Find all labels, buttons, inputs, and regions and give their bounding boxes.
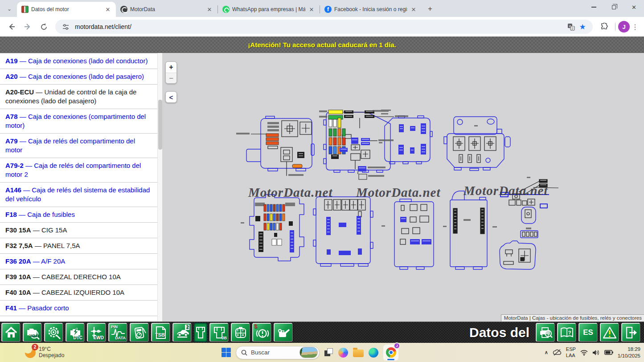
forward-button[interactable]: [21, 20, 34, 33]
battery-icon[interactable]: [604, 350, 613, 355]
sidebar-scrollbar[interactable]: [157, 53, 162, 321]
onedrive-paused-icon[interactable]: [553, 349, 562, 356]
home-icon: [4, 325, 18, 340]
engine-search-button[interactable]: 1AZ-13: [23, 323, 42, 342]
toolbar-title: Datos del: [469, 325, 529, 340]
system-tray: ∧ ESP LAA 18:29 1/10/2025: [545, 343, 640, 362]
list-item[interactable]: F32 7,5A — PANEL 7,5A: [0, 238, 157, 254]
minimize-button[interactable]: [584, 0, 604, 14]
scrollbar-thumb[interactable]: [158, 100, 162, 150]
windows-taskbar: 2 19°C Despejado Buscar J ∧: [0, 343, 644, 362]
collapse-panel-button[interactable]: <: [165, 91, 177, 103]
language-button[interactable]: ES: [578, 323, 598, 342]
url-text[interactable]: motordata.net/client/: [75, 23, 565, 30]
oil-fluids-button[interactable]: [274, 323, 293, 342]
temperature: 19°C: [39, 346, 64, 353]
list-item[interactable]: F39 10A — CABEZAL DERECHO 10A: [0, 269, 157, 285]
tab-title: MotorData: [130, 6, 203, 12]
search-placeholder: Buscar: [251, 349, 270, 356]
multimeter-icon: [132, 325, 147, 340]
fuse-icon: [195, 326, 206, 339]
menu-kebab-icon[interactable]: ⋮: [630, 23, 640, 31]
book-help-icon: ?: [560, 325, 574, 340]
copilot-button[interactable]: [338, 348, 348, 358]
tab-search-chevron-icon[interactable]: ⌄: [4, 3, 15, 15]
start-button[interactable]: [222, 348, 231, 357]
exit-button[interactable]: [621, 323, 640, 342]
tab-close-icon[interactable]: ✕: [410, 6, 417, 13]
fuse-location-button-active[interactable]: [194, 323, 207, 342]
tsb-button[interactable]: TSB: [151, 323, 170, 342]
tab-motordata[interactable]: MotorData ✕: [116, 2, 217, 17]
list-item[interactable]: F18 — Caja de fusibles: [0, 207, 157, 223]
parts-search-button[interactable]: [44, 323, 63, 342]
list-item[interactable]: A79-2 — Caja de relés del compartimento …: [0, 158, 157, 183]
list-item[interactable]: F41 — Pasador corto: [0, 301, 157, 316]
keyboard-language[interactable]: ESP LAA: [566, 346, 576, 358]
warning-text: ¡Atención! Tu acceso actual caducará en …: [248, 41, 396, 49]
list-item[interactable]: A146 — Caja de relés del sistema de esta…: [0, 183, 157, 207]
list-item[interactable]: F36 20A — A/F 20A: [0, 254, 157, 269]
oil-can-icon: [276, 325, 291, 340]
chrome-button-active[interactable]: J: [383, 345, 398, 361]
print-preview-button[interactable]: [536, 323, 555, 342]
address-bar[interactable]: motordata.net/client/ a文 ★: [55, 20, 593, 34]
list-item[interactable]: A19 — Caja de conexiones (lado del condu…: [0, 53, 157, 69]
search-box[interactable]: Buscar: [236, 346, 320, 359]
disclaimer-button[interactable]: [600, 323, 619, 342]
dtc-button[interactable]: DTC: [66, 323, 85, 342]
wifi-icon[interactable]: [580, 350, 588, 356]
reload-button[interactable]: [37, 20, 50, 33]
profile-avatar[interactable]: J: [618, 21, 630, 33]
watermark: MotorData.net: [248, 185, 332, 200]
translate-icon[interactable]: a文: [565, 21, 577, 33]
home-button[interactable]: [1, 323, 21, 342]
chrome-icon: [386, 347, 396, 358]
list-item[interactable]: A78 — Caja de conexiones (compartimento …: [0, 109, 157, 134]
back-button[interactable]: [5, 20, 18, 33]
tab-close-icon[interactable]: ✕: [308, 6, 315, 13]
clock[interactable]: 18:29 1/10/2025: [618, 346, 640, 359]
tab-close-icon[interactable]: ✕: [206, 6, 213, 13]
volume-icon[interactable]: [592, 350, 600, 356]
ewd-button[interactable]: EWD: [87, 323, 106, 342]
list-item[interactable]: A20-ECU — Unidad de control de la caja d…: [0, 85, 157, 109]
tab-whatsapp[interactable]: WhatsApp para empresas | Má ✕: [218, 2, 320, 17]
list-item[interactable]: A79 — Caja de relés del compartimento de…: [0, 134, 157, 158]
search-highlight-image[interactable]: [299, 347, 318, 358]
close-button[interactable]: ✕: [624, 0, 644, 14]
pin-data-button[interactable]: PIN DATA: [108, 323, 127, 342]
list-item[interactable]: F40 10A — CABEZAL IZQUIERDO 10A: [0, 285, 157, 301]
tab-facebook[interactable]: f Facebook - Inicia sesión o regis ✕: [320, 2, 422, 17]
zoom-out-button[interactable]: −: [166, 73, 176, 83]
list-item[interactable]: A20 — Caja de conexiones (lado del pasaj…: [0, 69, 157, 85]
diagram-canvas[interactable]: MotorData.net MotorData.net MotorData.ne…: [162, 53, 644, 321]
list-item[interactable]: F30 15A — CIG 15A: [0, 223, 157, 238]
site-settings-icon[interactable]: [60, 21, 71, 33]
divider: [615, 23, 615, 31]
junction-box-button[interactable]: JB: [209, 323, 229, 342]
new-tab-button[interactable]: +: [424, 3, 436, 15]
edge-button[interactable]: [369, 348, 378, 358]
tray-overflow-chevron[interactable]: ∧: [545, 350, 548, 355]
motordata-globe-favicon-icon: [120, 6, 127, 13]
toolbar-right: J ⋮: [596, 20, 640, 33]
multimeter-button[interactable]: [130, 323, 149, 342]
extensions-icon[interactable]: [598, 20, 611, 33]
active-app-indicator: [387, 359, 394, 360]
restore-button[interactable]: [604, 0, 624, 14]
weather-widget[interactable]: 2 19°C Despejado: [25, 346, 64, 359]
task-view-button[interactable]: [324, 348, 333, 357]
connector-pinout-button[interactable]: 1 2 3 4: [231, 323, 250, 342]
tab-datos-del-motor[interactable]: Datos del motor ✕: [17, 2, 116, 17]
help-manual-button[interactable]: ?: [557, 323, 576, 342]
list-item[interactable]: F42 7,5A — ACC 7,5A: [0, 316, 157, 321]
search-icon: [241, 350, 247, 356]
file-explorer-button[interactable]: [353, 350, 364, 357]
zoom-in-button[interactable]: +: [166, 62, 176, 73]
body-repair-button[interactable]: 2: [172, 323, 192, 342]
service-cost-button[interactable]: $: [252, 323, 271, 342]
motordata-favicon-icon: [21, 6, 29, 13]
tab-close-icon[interactable]: ✕: [104, 6, 111, 13]
bookmark-star-icon[interactable]: ★: [577, 21, 588, 33]
